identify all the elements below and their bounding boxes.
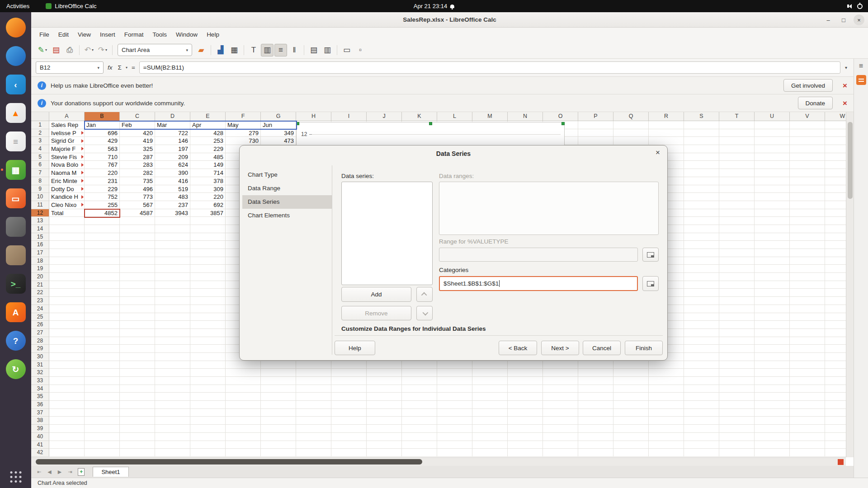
cell-D17[interactable] — [155, 249, 190, 257]
cell-S6[interactable] — [684, 161, 719, 169]
cell-U11[interactable] — [755, 201, 790, 209]
cell-P42[interactable] — [578, 449, 613, 457]
cell-C13[interactable] — [120, 217, 155, 225]
cell-C28[interactable] — [120, 337, 155, 345]
cell-B4[interactable]: 563 — [85, 145, 120, 153]
maximize-button[interactable]: □ — [838, 14, 849, 25]
column-header-D[interactable]: D — [155, 112, 190, 121]
row-header-25[interactable]: 25 — [31, 313, 49, 321]
cell-U15[interactable] — [755, 233, 790, 241]
cell-L34[interactable] — [437, 385, 472, 393]
cell-T4[interactable] — [719, 145, 755, 153]
cell-K40[interactable] — [402, 433, 437, 441]
cell-B2[interactable]: 696 — [85, 129, 120, 137]
cell-U34[interactable] — [755, 385, 790, 393]
cell-P35[interactable] — [578, 393, 613, 401]
cell-B40[interactable] — [85, 433, 120, 441]
cell-W7[interactable] — [825, 169, 846, 177]
cell-U26[interactable] — [755, 321, 790, 329]
cell-A22[interactable] — [49, 289, 85, 297]
cell-U22[interactable] — [755, 289, 790, 297]
cell-E28[interactable] — [190, 337, 226, 345]
menu-insert[interactable]: Insert — [95, 29, 120, 40]
cell-P38[interactable] — [578, 417, 613, 425]
last-sheet-icon[interactable]: ⇥ — [66, 469, 73, 475]
cell-U31[interactable] — [755, 361, 790, 369]
row-header-6[interactable]: 6 — [31, 161, 49, 169]
cell-C7[interactable]: 282 — [120, 169, 155, 177]
name-box[interactable]: B12 ▾ — [36, 61, 104, 74]
cell-V7[interactable] — [790, 169, 825, 177]
cell-S4[interactable] — [684, 145, 719, 153]
cell-E39[interactable] — [190, 425, 226, 433]
cell-S15[interactable] — [684, 233, 719, 241]
cell-Q31[interactable] — [613, 361, 649, 369]
column-header-N[interactable]: N — [508, 112, 543, 121]
cell-W31[interactable] — [825, 361, 846, 369]
cell-P36[interactable] — [578, 401, 613, 409]
cell-R32[interactable] — [649, 369, 684, 377]
cell-S36[interactable] — [684, 401, 719, 409]
cell-D18[interactable] — [155, 257, 190, 265]
format-selection-icon[interactable]: ▰ — [195, 44, 208, 56]
cell-T39[interactable] — [719, 425, 755, 433]
cell-E12[interactable]: 3857 — [190, 209, 226, 217]
cell-F32[interactable] — [226, 369, 261, 377]
cell-C10[interactable]: 773 — [120, 193, 155, 201]
cell-C17[interactable] — [120, 249, 155, 257]
cell-W27[interactable] — [825, 329, 846, 337]
cell-T3[interactable] — [719, 137, 755, 145]
cell-C14[interactable] — [120, 225, 155, 233]
cell-B35[interactable] — [85, 393, 120, 401]
cell-W9[interactable] — [825, 185, 846, 193]
cell-U42[interactable] — [755, 449, 790, 457]
sidebar-properties-icon[interactable] — [856, 75, 866, 85]
cell-D31[interactable] — [155, 361, 190, 369]
cell-R34[interactable] — [649, 385, 684, 393]
cell-F41[interactable] — [226, 441, 261, 449]
cell-U3[interactable] — [755, 137, 790, 145]
cell-A7[interactable]: Naoma M — [49, 169, 85, 177]
row-header-27[interactable]: 27 — [31, 329, 49, 337]
cell-E37[interactable] — [190, 409, 226, 417]
cell-T5[interactable] — [719, 153, 755, 161]
cell-R42[interactable] — [649, 449, 684, 457]
formula-input[interactable]: =SUM(B2:B11) — [139, 61, 840, 74]
cell-T34[interactable] — [719, 385, 755, 393]
cell-V5[interactable] — [790, 153, 825, 161]
menu-view[interactable]: View — [73, 29, 95, 40]
cell-T33[interactable] — [719, 377, 755, 385]
cell-A36[interactable] — [49, 401, 85, 409]
cell-A39[interactable] — [49, 425, 85, 433]
cell-D38[interactable] — [155, 417, 190, 425]
cell-H41[interactable] — [296, 441, 331, 449]
cell-A25[interactable] — [49, 313, 85, 321]
cell-C21[interactable] — [120, 281, 155, 289]
cell-A41[interactable] — [49, 441, 85, 449]
cell-A23[interactable] — [49, 297, 85, 305]
cell-D3[interactable]: 146 — [155, 137, 190, 145]
cell-O38[interactable] — [543, 417, 578, 425]
column-header-F[interactable]: F — [226, 112, 261, 121]
row-header-4[interactable]: 4 — [31, 145, 49, 153]
row-header-15[interactable]: 15 — [31, 233, 49, 241]
cell-W35[interactable] — [825, 393, 846, 401]
cell-B34[interactable] — [85, 385, 120, 393]
cell-A12[interactable]: Total — [49, 209, 85, 217]
cell-V22[interactable] — [790, 289, 825, 297]
cell-H32[interactable] — [296, 369, 331, 377]
cell-Q40[interactable] — [613, 433, 649, 441]
cell-O32[interactable] — [543, 369, 578, 377]
cell-L37[interactable] — [437, 409, 472, 417]
cell-H42[interactable] — [296, 449, 331, 457]
cell-V29[interactable] — [790, 345, 825, 353]
insert-grid-icon[interactable]: ▫ — [354, 44, 367, 56]
cell-A34[interactable] — [49, 385, 85, 393]
cell-L41[interactable] — [437, 441, 472, 449]
cell-N31[interactable] — [508, 361, 543, 369]
menu-window[interactable]: Window — [171, 29, 202, 40]
cell-S14[interactable] — [684, 225, 719, 233]
cell-V16[interactable] — [790, 241, 825, 249]
back-button[interactable]: < Back — [499, 341, 537, 355]
cell-H37[interactable] — [296, 409, 331, 417]
